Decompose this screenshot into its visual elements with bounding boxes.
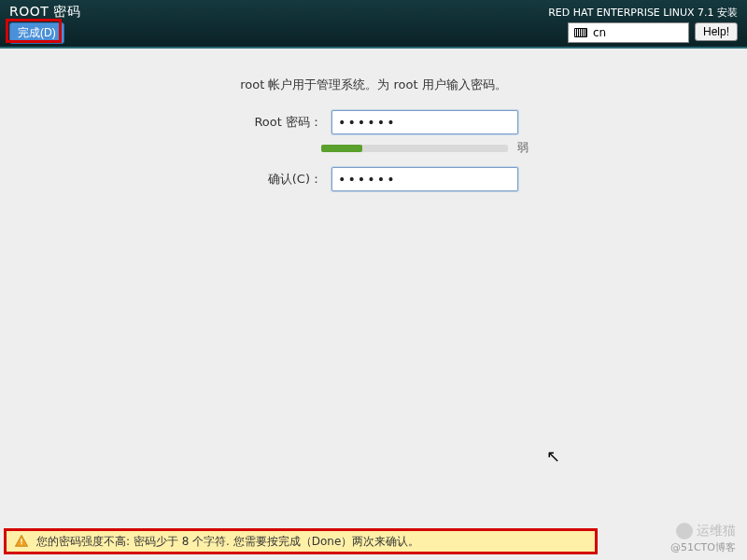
- watermark: 运维猫 @51CTO博客: [670, 522, 736, 554]
- watermark-handle: @51CTO博客: [670, 540, 736, 554]
- password-strength-label: 弱: [517, 140, 529, 156]
- password-row: Root 密码：: [56, 110, 691, 134]
- confirm-label: 确认(C)：: [229, 171, 322, 188]
- done-button[interactable]: 完成(D): [9, 22, 64, 44]
- confirm-row: 确认(C)：: [56, 167, 691, 191]
- root-password-form: root 帐户用于管理系统。为 root 用户输入密码。 Root 密码： 弱 …: [0, 49, 747, 191]
- root-password-input[interactable]: [331, 110, 518, 134]
- svg-rect-0: [21, 539, 21, 542]
- keyboard-icon: [574, 28, 587, 37]
- keyboard-layout-selector[interactable]: cn: [568, 22, 689, 43]
- warning-icon: [14, 534, 29, 549]
- strength-row: 弱: [56, 140, 691, 156]
- password-label: Root 密码：: [229, 114, 322, 131]
- header-bar: ROOT 密码 RED HAT ENTERPRISE LINUX 7.1 安装 …: [0, 0, 747, 49]
- password-strength-meter: [321, 145, 508, 152]
- confirm-password-input[interactable]: [331, 167, 518, 191]
- watermark-logo-icon: [676, 523, 693, 539]
- svg-rect-1: [21, 543, 21, 544]
- warning-bar: 您的密码强度不高: 密码少于 8 个字符. 您需要按完成（Done）两次来确认。: [4, 528, 598, 554]
- cursor-pointer-icon: ↖: [546, 446, 560, 466]
- form-description: root 帐户用于管理系统。为 root 用户输入密码。: [56, 77, 691, 93]
- keyboard-layout-code: cn: [593, 26, 606, 39]
- help-button[interactable]: Help!: [695, 22, 738, 41]
- password-strength-fill: [321, 145, 362, 152]
- warning-text: 您的密码强度不高: 密码少于 8 个字符. 您需要按完成（Done）两次来确认。: [36, 534, 419, 550]
- installer-subtitle: RED HAT ENTERPRISE LINUX 7.1 安装: [548, 6, 738, 20]
- watermark-brand: 运维猫: [697, 522, 736, 540]
